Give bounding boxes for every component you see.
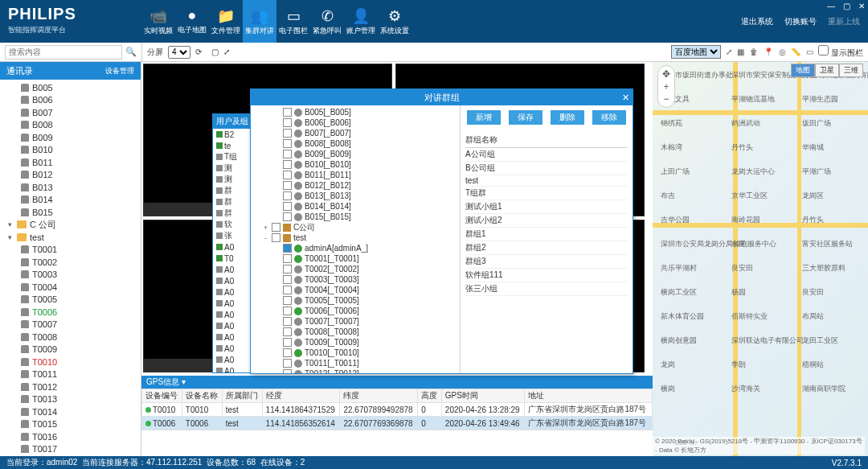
group-row[interactable]: 群组2 <box>465 241 628 255</box>
layers-icon[interactable]: ▦ <box>737 47 744 56</box>
contact-item[interactable]: T0011 <box>0 368 141 381</box>
menu-item-文件管理[interactable]: 📁文件管理 <box>209 0 243 43</box>
userlist-item[interactable]: A0 <box>213 264 253 275</box>
contact-item[interactable]: T0009 <box>0 344 141 356</box>
add-button[interactable]: 新增 <box>467 110 501 125</box>
checkbox[interactable] <box>283 369 292 373</box>
group-row[interactable]: 测试小组2 <box>465 214 628 228</box>
contact-item[interactable]: B007 <box>0 106 141 119</box>
checkbox[interactable] <box>283 150 292 158</box>
tree-item[interactable]: B009[_B009] <box>251 149 460 159</box>
contact-item[interactable]: B006 <box>0 94 141 107</box>
tree-item[interactable]: T0012[_T0012] <box>251 368 460 373</box>
checkbox[interactable] <box>283 275 292 284</box>
gps-panel-header[interactable]: GPS信息 ▾ <box>141 376 653 389</box>
userlist-item[interactable]: te <box>213 140 253 151</box>
contacts-tree[interactable]: B005B006B007B008B009B010B011B012B013B014… <box>0 80 141 456</box>
fullscreen-icon[interactable]: ⤢ <box>223 47 230 56</box>
reonline-link[interactable]: 重新上线 <box>828 16 860 27</box>
gps-col-time[interactable]: GPS时间 <box>441 389 525 403</box>
map-tab-map[interactable]: 地图 <box>791 64 815 77</box>
userlist-item[interactable]: 群 <box>213 196 253 208</box>
contact-item[interactable]: ▾C 公司 <box>0 219 141 232</box>
contact-item[interactable]: T0012 <box>0 381 141 393</box>
save-button[interactable]: 保存 <box>509 110 542 125</box>
checkbox[interactable] <box>283 171 292 179</box>
contact-item[interactable]: B008 <box>0 119 141 132</box>
tree-item[interactable]: B015[_B015] <box>251 212 460 222</box>
contact-item[interactable]: T0004 <box>0 281 141 294</box>
checkbox[interactable] <box>283 160 292 169</box>
userlist-item[interactable]: A0 <box>213 309 253 320</box>
gps-col-lat[interactable]: 纬度 <box>340 389 418 403</box>
expander-icon[interactable]: - <box>262 234 269 242</box>
group-list[interactable]: 群组名称 A公司组B公司组testT组群测试小组1测试小组2群组1群组2群组3软… <box>461 133 633 373</box>
menu-item-电子地图[interactable]: ●电子地图 <box>175 0 209 43</box>
expand-icon[interactable]: ⤢ <box>726 47 732 56</box>
checkbox[interactable] <box>283 348 292 357</box>
group-row[interactable]: B公司组 <box>465 162 628 175</box>
tree-item[interactable]: T0004[_T0004] <box>251 285 460 295</box>
map-pan-control[interactable]: ✥＋− <box>657 65 675 108</box>
contact-item[interactable]: T0014 <box>0 405 141 418</box>
tree-item[interactable]: T0008[_T0008] <box>251 327 460 337</box>
dialog-title[interactable]: 对讲群组 ✕ <box>251 89 633 105</box>
checkbox[interactable] <box>283 108 292 117</box>
tree-item[interactable]: T0009[_T0009] <box>251 337 460 348</box>
tree-item[interactable]: T0002[_T0002] <box>251 264 460 274</box>
userlist-item[interactable]: A0 <box>213 354 253 365</box>
group-row[interactable]: test <box>465 175 628 187</box>
group-row[interactable]: 群组3 <box>465 255 628 269</box>
userlist-item[interactable]: 测 <box>213 174 253 185</box>
gps-col-addr[interactable]: 地址 <box>525 389 653 403</box>
contact-item[interactable]: B009 <box>0 131 141 144</box>
contact-item[interactable]: T0006 <box>0 306 141 319</box>
fence-checkbox[interactable] <box>818 45 829 56</box>
contact-item[interactable]: T0013 <box>0 393 141 406</box>
userlist-item[interactable]: T0 <box>213 253 253 264</box>
group-row[interactable]: A公司组 <box>465 148 628 162</box>
tree-item[interactable]: B007[_B007] <box>251 128 460 138</box>
checkbox[interactable] <box>272 233 280 242</box>
contact-item[interactable]: T0001 <box>0 244 141 257</box>
contact-item[interactable]: T0008 <box>0 331 141 344</box>
tree-item[interactable]: -test <box>251 232 460 243</box>
remove-button[interactable]: 移除 <box>592 110 626 125</box>
checkbox[interactable] <box>283 118 292 127</box>
user-list-header[interactable]: 用户及组 <box>213 114 253 129</box>
userlist-item[interactable]: A0 <box>213 298 253 309</box>
userlist-item[interactable]: 群 <box>213 185 253 196</box>
menu-item-账户管理[interactable]: 👤账户管理 <box>344 0 378 43</box>
checkbox[interactable] <box>283 265 292 274</box>
gps-col-alt[interactable]: 高度 <box>418 389 442 403</box>
group-row[interactable]: T组群 <box>465 187 628 200</box>
contact-item[interactable]: B012 <box>0 169 141 182</box>
delete-button[interactable]: 删除 <box>551 110 584 125</box>
userlist-item[interactable]: B2 <box>213 129 253 140</box>
tree-item[interactable]: T0003[_T0003] <box>251 274 460 285</box>
menu-item-实时视频[interactable]: 📹实时视频 <box>141 0 175 43</box>
group-row[interactable]: 张三小组 <box>465 282 628 296</box>
gps-col-lng[interactable]: 经度 <box>262 389 340 403</box>
contact-item[interactable]: ▾test <box>0 231 141 244</box>
ruler-icon[interactable]: 📏 <box>791 47 800 56</box>
tree-item[interactable]: B011[_B011] <box>251 170 460 180</box>
checkbox[interactable] <box>283 286 292 294</box>
map-provider-select[interactable]: 百度地图 <box>671 45 721 59</box>
locate-icon[interactable]: ◎ <box>779 47 786 56</box>
marker-icon[interactable]: 📍 <box>764 47 773 56</box>
checkbox[interactable] <box>283 254 292 263</box>
userlist-item[interactable]: 张 <box>213 230 253 241</box>
tree-item[interactable]: +C公司 <box>251 222 460 232</box>
device-mgmt-link[interactable]: 设备管理 <box>105 66 134 76</box>
maximize-icon[interactable]: ▢ <box>843 2 850 10</box>
contact-item[interactable]: B015 <box>0 206 141 219</box>
trash-icon[interactable]: 🗑 <box>750 47 758 56</box>
checkbox[interactable] <box>272 223 280 232</box>
userlist-item[interactable]: A0 <box>213 275 253 286</box>
user-list-panel[interactable]: 用户及组 B2teT组测测群群群软张A0T0A0A0A0A0A0A0A0A0A0… <box>212 113 254 373</box>
userlist-item[interactable]: A0 <box>213 286 253 298</box>
checkbox[interactable] <box>283 296 292 305</box>
gps-col-dept[interactable]: 所属部门 <box>222 389 262 403</box>
gps-row[interactable]: T0006T0006test114.14185635261422.6707769… <box>142 417 653 430</box>
